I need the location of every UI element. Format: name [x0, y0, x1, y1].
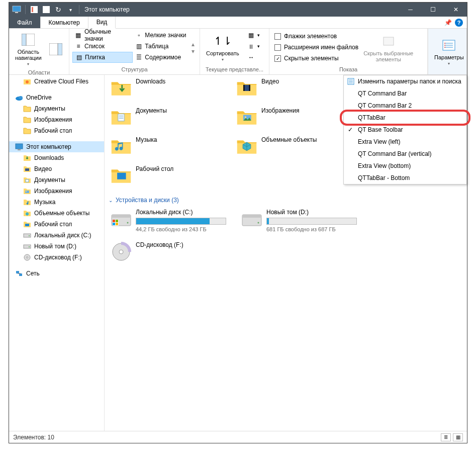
sidebar-item[interactable]: CD-дисковод (F:) [9, 252, 104, 263]
sidebar-item[interactable]: Изображения [9, 186, 104, 197]
svg-rect-60 [242, 215, 261, 218]
folder-label: Музыка [136, 135, 157, 143]
ctx-item-label: QT Command Bar [358, 90, 407, 97]
drive-free-text: 681 ГБ свободно из 687 ГБ [266, 226, 363, 232]
help-icon[interactable]: ? [455, 19, 463, 27]
svg-rect-3 [32, 7, 33, 12]
quick-refresh-icon[interactable]: ↻ [53, 4, 64, 15]
svg-rect-6 [22, 34, 26, 46]
ctx-item[interactable]: QTTabBar - Bottom [344, 172, 466, 184]
sidebar-item[interactable]: Рабочий стол [9, 219, 104, 230]
tab-computer[interactable]: Компьютер [41, 17, 88, 28]
ctx-item[interactable]: QT Command Bar (vertical) [344, 148, 466, 160]
view-icons-button[interactable]: ▦ [453, 433, 463, 441]
sidebar-item[interactable]: Этот компьютер [9, 141, 104, 152]
folder-tile[interactable]: Музыка [109, 133, 234, 162]
cloud-orange-icon [23, 77, 31, 85]
layout-tile[interactable]: ▤Плитка [72, 52, 133, 63]
drive-tile[interactable]: Новый том (D:)681 ГБ свободно из 687 ГБ [239, 207, 365, 234]
dropdown-arrow-icon[interactable]: ▾ [65, 4, 76, 15]
fit-columns-button[interactable]: ↔ [245, 52, 262, 63]
svg-point-37 [27, 257, 28, 258]
documents-icon [23, 176, 31, 184]
svg-point-22 [26, 80, 29, 83]
drive-tile[interactable]: CD-дисковод (F:) [109, 239, 234, 264]
ctx-item[interactable]: Изменить параметры папок и поиска [344, 75, 466, 87]
sort-button[interactable]: ↿⇂ Сортировать ▾ [203, 30, 242, 65]
sidebar-item[interactable]: OneDrive [9, 92, 104, 103]
layout-list[interactable]: ≡Список [72, 41, 133, 52]
svg-rect-0 [13, 6, 21, 12]
preview-pane-button[interactable] [45, 30, 67, 68]
sidebar-item[interactable]: Документы [9, 174, 104, 186]
view-details-button[interactable]: ≣ [441, 433, 451, 441]
nav-pane-button[interactable]: Область навигации ▾ [12, 30, 45, 68]
close-button[interactable]: ✕ [444, 3, 467, 17]
quick-toggle-1-icon[interactable] [29, 4, 40, 15]
this-pc-icon [15, 143, 23, 151]
drive-usage-bar [266, 218, 357, 225]
folder-label: Документы [136, 106, 167, 114]
sidebar-item[interactable]: Изображения [9, 114, 104, 125]
tab-view[interactable]: Вид [88, 17, 116, 29]
ctx-item[interactable]: Extra View (bottom) [344, 160, 466, 172]
check-hidden-items[interactable]: ✓Скрытые элементы [272, 53, 360, 64]
svg-point-53 [127, 222, 129, 224]
options-button[interactable]: Параметры ▾ [431, 30, 467, 73]
drives-section-header[interactable]: ⌄ Устройства и диски (3) [109, 192, 463, 207]
sidebar-item[interactable]: Creative Cloud Files [9, 76, 104, 87]
folder-icon [23, 105, 31, 113]
svg-point-24 [19, 96, 23, 99]
ctx-item[interactable]: QTTabBar [344, 112, 466, 124]
ctx-item-label: QT Command Bar 2 [358, 102, 412, 109]
maximize-button[interactable]: ☐ [422, 3, 444, 17]
svg-rect-27 [25, 168, 29, 171]
sidebar-item[interactable]: Музыка [9, 197, 104, 208]
quick-toggle-2-icon[interactable] [41, 4, 52, 15]
folder-icon [23, 116, 31, 124]
sidebar-item[interactable]: Видео [9, 163, 104, 174]
sidebar-item[interactable]: Документы [9, 103, 104, 114]
pin-icon[interactable]: 📌 [444, 19, 452, 26]
tab-file[interactable]: Файл [9, 17, 41, 28]
hide-selected-button[interactable]: Скрыть выбранные элементы [360, 30, 416, 65]
layout-content[interactable]: ☰Содержимое [133, 52, 189, 63]
svg-rect-9 [384, 37, 394, 45]
group-by-button[interactable]: ▦▾ [245, 30, 262, 41]
sidebar-item[interactable]: Рабочий стол [9, 125, 104, 136]
scroll-down-icon[interactable]: ▾ [192, 48, 195, 55]
sidebar-item[interactable]: Downloads [9, 152, 104, 163]
folder-tile[interactable]: Объемные объекты [234, 133, 360, 162]
add-columns-button[interactable]: ⫼▾ [245, 41, 262, 52]
folder-tile[interactable]: Видео [234, 75, 360, 104]
ctx-item[interactable]: Extra View (left) [344, 136, 466, 148]
sidebar-item[interactable]: Сеть [9, 268, 104, 279]
sidebar-item[interactable]: Новый том (D:) [9, 241, 104, 252]
folder-tile[interactable]: Downloads [109, 75, 234, 104]
drive-name: Локальный диск (C:) [136, 209, 232, 216]
scroll-up-icon[interactable]: ▴ [192, 41, 195, 48]
sidebar-item-label: Рабочий стол [34, 221, 72, 228]
svg-rect-8 [58, 43, 62, 55]
ctx-item[interactable]: QT Command Bar 2 [344, 100, 466, 112]
desktop-folder-icon [111, 164, 132, 186]
folder-tile[interactable]: Изображения [234, 104, 360, 133]
ctx-item[interactable]: QT Command Bar [344, 87, 466, 100]
check-filename-ext[interactable]: Расширения имен файлов [272, 42, 360, 53]
sidebar-item[interactable]: Объемные объекты [9, 208, 104, 219]
minimize-button[interactable]: ─ [399, 3, 422, 17]
options-dropdown-menu: Изменить параметры папок и поискаQT Comm… [343, 75, 467, 185]
folder-tile[interactable]: Документы [109, 104, 234, 133]
ribbon-tabs: Файл Компьютер Вид 📌 ? [9, 17, 467, 29]
layout-small-icons[interactable]: ▫Мелкие значки [133, 30, 189, 41]
check-item-flags[interactable]: Флажки элементов [272, 31, 360, 42]
ctx-item[interactable]: ✓QT Base Toolbar [344, 124, 466, 136]
layout-normal-icons[interactable]: ▦Обычные значки [72, 30, 133, 41]
window-title: Этот компьютер [84, 6, 130, 13]
drive-tile[interactable]: Локальный диск (C:)44,2 ГБ свободно из 2… [109, 207, 234, 234]
sidebar-item[interactable]: Локальный диск (C:) [9, 230, 104, 241]
ctx-item-label: QT Command Bar (vertical) [358, 150, 431, 157]
folder-tile[interactable]: Рабочий стол [109, 162, 234, 192]
layout-table[interactable]: ▥Таблица [133, 41, 189, 52]
group-show-hide-label: Показа [272, 65, 424, 73]
